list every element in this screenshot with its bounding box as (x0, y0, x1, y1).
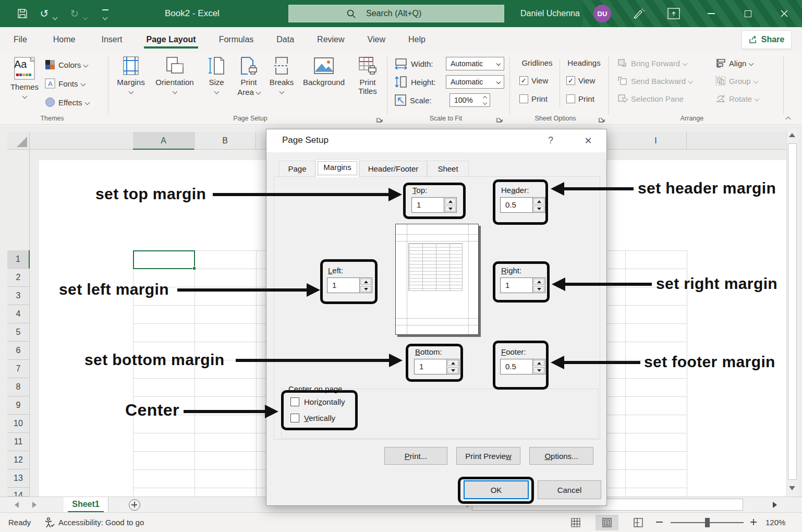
row-header-5[interactable]: 5 (7, 323, 30, 342)
zoom-level[interactable]: 120% (765, 518, 785, 527)
page-layout-view-button[interactable] (596, 515, 618, 530)
row-header-3[interactable]: 3 (7, 287, 30, 305)
tab-file[interactable]: File (5, 30, 35, 50)
print-titles-button[interactable]: Print Titles (353, 56, 383, 95)
dialog-tab-margins[interactable]: Margins (315, 159, 359, 177)
row-header-11[interactable]: 11 (7, 433, 30, 451)
column-header-b[interactable]: B (195, 132, 256, 150)
height-select[interactable]: Automatic (446, 75, 504, 89)
new-sheet-button[interactable] (129, 499, 140, 511)
top-increment-button[interactable] (445, 198, 456, 204)
fonts-button[interactable]: A Fonts (45, 78, 85, 89)
maximize-button[interactable] (732, 0, 764, 27)
horizontally-checkbox[interactable]: Horizontally (290, 397, 345, 406)
print-preview-button[interactable]: Print Preview (456, 447, 520, 465)
page-break-preview-button[interactable] (627, 515, 650, 530)
headings-view-checkbox[interactable]: ✓View (566, 76, 595, 85)
right-increment-button[interactable] (533, 279, 544, 285)
row-header-12[interactable]: 12 (7, 451, 30, 469)
scale-to-fit-dialog-launcher[interactable] (496, 116, 504, 123)
header-margin-stepper[interactable]: 0.5 (500, 197, 545, 213)
headings-print-checkbox[interactable]: Print (566, 94, 594, 103)
page-setup-dialog-launcher[interactable] (376, 116, 384, 123)
scroll-down-icon[interactable] (789, 486, 795, 490)
row-header-14[interactable]: 14 (7, 488, 30, 497)
search-input[interactable]: Search (Alt+Q) (288, 5, 504, 22)
row-header-2[interactable]: 2 (7, 269, 30, 287)
vertically-checkbox[interactable]: Vertically (290, 414, 335, 422)
fill-handle[interactable] (192, 267, 196, 270)
gridlines-print-checkbox[interactable]: Print (519, 94, 548, 103)
orientation-button[interactable]: Orientation (151, 56, 198, 93)
bottom-margin-stepper[interactable]: 1 (414, 359, 459, 374)
row-header-8[interactable]: 8 (7, 378, 30, 396)
dialog-close-icon[interactable]: ✕ (580, 135, 596, 147)
colors-button[interactable]: Colors (45, 59, 88, 70)
right-margin-value[interactable]: 1 (501, 278, 532, 293)
collapse-ribbon-icon[interactable] (786, 114, 790, 123)
vertical-scroll-thumb[interactable] (788, 143, 797, 480)
print-area-button[interactable]: Print Area (234, 56, 264, 96)
tab-review[interactable]: Review (309, 30, 353, 50)
row-header-1[interactable]: 1 (7, 250, 30, 269)
hscroll-right-icon[interactable] (773, 502, 777, 508)
ok-button[interactable]: OK (464, 480, 529, 499)
avatar[interactable]: DU (593, 5, 611, 22)
bottom-margin-value[interactable]: 1 (415, 359, 446, 374)
left-increment-button[interactable] (360, 279, 371, 285)
bottom-increment-button[interactable] (447, 360, 458, 366)
row-header-6[interactable]: 6 (7, 342, 30, 360)
width-select[interactable]: Automatic (446, 57, 504, 70)
bottom-decrement-button[interactable] (447, 367, 458, 373)
row-header-4[interactable]: 4 (7, 305, 30, 323)
close-button[interactable] (768, 0, 800, 27)
sheet-options-dialog-launcher[interactable] (599, 116, 606, 123)
scroll-up-icon[interactable] (789, 133, 795, 137)
share-button[interactable]: Share (742, 30, 792, 49)
tab-page-layout[interactable]: Page Layout (138, 30, 204, 50)
zoom-in-button[interactable] (750, 518, 757, 526)
whats-new-icon[interactable] (632, 7, 646, 20)
right-margin-stepper[interactable]: 1 (500, 277, 545, 293)
row-header-10[interactable]: 10 (7, 415, 30, 433)
status-accessibility[interactable]: Accessibility: Good to go (58, 518, 144, 527)
dialog-tab-header-footer[interactable]: Header/Footer (359, 161, 427, 177)
footer-increment-button[interactable] (533, 360, 544, 366)
tab-view[interactable]: View (359, 30, 394, 50)
footer-margin-stepper[interactable]: 0.5 (500, 359, 545, 374)
dialog-tab-page[interactable]: Page (279, 161, 315, 177)
left-margin-stepper[interactable]: 1 (327, 277, 372, 293)
selected-cell-a1[interactable] (133, 250, 195, 269)
row-header-7[interactable]: 7 (7, 360, 30, 378)
themes-button[interactable]: Aa Themes (9, 56, 40, 98)
header-margin-value[interactable]: 0.5 (501, 198, 532, 212)
top-margin-stepper[interactable]: 1 (411, 197, 457, 213)
effects-button[interactable]: Effects (45, 97, 89, 107)
footer-decrement-button[interactable] (533, 367, 544, 373)
quick-access-customize-icon[interactable] (102, 9, 108, 21)
top-margin-value[interactable]: 1 (412, 198, 444, 212)
left-decrement-button[interactable] (360, 286, 371, 292)
row-header-9[interactable]: 9 (7, 396, 30, 415)
tab-formulas[interactable]: Formulas (211, 30, 262, 50)
sheet-tab-sheet1[interactable]: Sheet1 (64, 497, 108, 513)
cancel-button[interactable]: Cancel (538, 480, 601, 499)
vertical-scrollbar[interactable] (786, 129, 798, 497)
ribbon-display-options-icon[interactable] (667, 8, 680, 19)
options-button[interactable]: Options... (529, 447, 593, 465)
background-button[interactable]: Background (299, 56, 348, 87)
zoom-slider-thumb[interactable] (705, 518, 710, 527)
header-increment-button[interactable] (533, 198, 544, 204)
align-button[interactable]: Align (715, 58, 753, 68)
normal-view-button[interactable] (564, 515, 587, 530)
tab-data[interactable]: Data (268, 30, 302, 50)
left-margin-value[interactable]: 1 (327, 278, 359, 293)
sheet-nav-right-icon[interactable] (32, 502, 37, 508)
margins-button[interactable]: Margins (115, 56, 147, 93)
footer-margin-value[interactable]: 0.5 (501, 359, 532, 374)
print-button[interactable]: Print... (384, 447, 447, 465)
scale-stepper[interactable]: 100% (449, 93, 490, 107)
tab-home[interactable]: Home (45, 30, 84, 50)
user-name[interactable]: Daniel Uchenna (520, 0, 580, 27)
top-decrement-button[interactable] (445, 205, 456, 212)
